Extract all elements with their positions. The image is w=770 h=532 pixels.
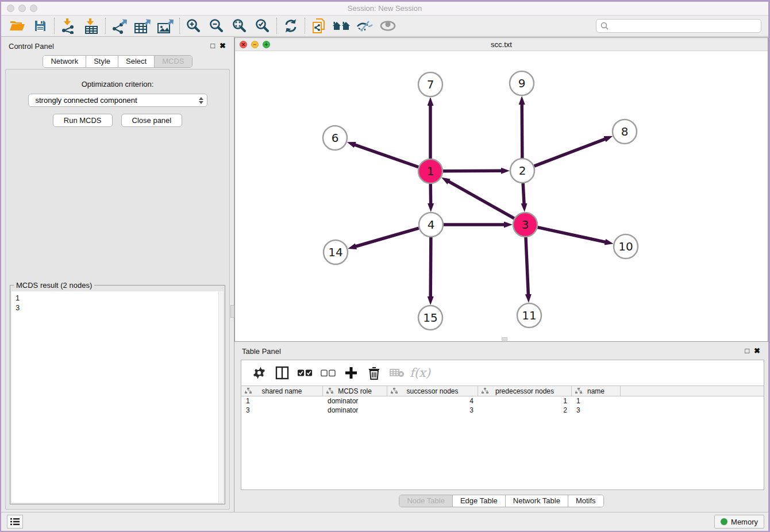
search-input[interactable] [609, 20, 761, 32]
add-column-icon [345, 367, 357, 379]
float-panel-icon[interactable]: □ [745, 346, 749, 355]
maximize-window-button[interactable] [30, 5, 37, 12]
minimize-window-button[interactable] [18, 5, 26, 12]
network-maximize-button[interactable]: + [263, 41, 270, 48]
refresh-layout-button[interactable] [279, 17, 302, 34]
export-network-button[interactable] [108, 17, 131, 34]
edge-3-10[interactable] [537, 228, 605, 242]
cell-predecessor-nodes[interactable]: 2 [478, 406, 572, 415]
add-column-button[interactable] [344, 365, 359, 380]
function-builder-button[interactable]: f(x) [413, 365, 428, 380]
network-minimize-button[interactable]: − [251, 41, 259, 48]
cell-shared-name[interactable]: 3 [241, 406, 323, 415]
tab-style[interactable]: Style [86, 56, 118, 67]
export-image-button[interactable] [154, 17, 177, 34]
column-tree-icon [245, 388, 252, 394]
cell-MCDS-role[interactable]: dominator [323, 406, 387, 415]
run-mcds-button[interactable]: Run MCDS [53, 114, 113, 127]
zoom-selected-button[interactable] [251, 17, 274, 34]
tab-node-table[interactable]: Node Table [399, 495, 453, 507]
result-scrollbar[interactable] [218, 291, 224, 503]
close-window-button[interactable] [7, 5, 14, 12]
delete-table-button[interactable] [390, 365, 405, 380]
column-header-shared-name[interactable]: shared name [241, 386, 323, 396]
cell-successor-nodes[interactable]: 4 [387, 396, 478, 406]
column-header-predecessor-nodes[interactable]: predecessor nodes [478, 386, 572, 396]
task-history-button[interactable] [7, 515, 23, 529]
zoom-out-button[interactable] [205, 17, 228, 34]
column-header-successor-nodes[interactable]: successor nodes [387, 386, 478, 396]
hide-selected-icon [356, 19, 374, 33]
clone-network-button[interactable] [307, 17, 330, 34]
table-row[interactable]: 1dominator411 [241, 396, 764, 406]
table-toolbar: f(x) [241, 360, 764, 385]
mcds-result-text[interactable]: 1 3 [11, 291, 224, 503]
deselect-all-button[interactable] [321, 365, 336, 380]
edge-2-9[interactable] [522, 104, 522, 158]
cell-name[interactable]: 1 [572, 396, 621, 406]
close-panel-icon[interactable]: ✖ [754, 346, 760, 355]
hide-selected-button[interactable] [353, 17, 376, 34]
refresh-layout-icon [283, 18, 298, 33]
node-label-8: 8 [621, 125, 629, 138]
close-panel-icon[interactable]: ✖ [220, 41, 226, 50]
panel-splitter-handle[interactable] [230, 305, 234, 318]
cell-successor-nodes[interactable]: 3 [387, 406, 478, 415]
node-label-4: 4 [428, 218, 435, 232]
table-body: 1dominator4113dominator323 [241, 396, 764, 415]
gear-icon [253, 367, 265, 379]
float-panel-icon[interactable]: □ [210, 41, 215, 50]
optimization-criterion-dropdown[interactable]: strongly connected component [28, 94, 207, 107]
export-table-icon [134, 18, 151, 34]
zoom-in-button[interactable] [182, 17, 205, 34]
status-bar: Memory [1, 512, 768, 531]
tab-select[interactable]: Select [118, 56, 155, 67]
export-table-button[interactable] [131, 17, 154, 34]
window-title: Session: New Session [1, 2, 768, 16]
import-network-icon [61, 18, 76, 34]
cell-MCDS-role[interactable]: dominator [323, 396, 387, 406]
memory-label: Memory [731, 518, 758, 526]
table-row[interactable]: 3dominator323 [241, 406, 764, 415]
tab-network-table[interactable]: Network Table [506, 495, 568, 507]
network-canvas[interactable]: 7968124314101511 [235, 51, 768, 341]
app-window: Session: New Session [1, 2, 768, 531]
cell-name[interactable]: 3 [572, 406, 621, 415]
save-session-button[interactable] [29, 17, 52, 34]
first-neighbors-button[interactable] [330, 17, 353, 34]
edge-2-3[interactable] [523, 183, 524, 204]
tab-motifs[interactable]: Motifs [568, 495, 603, 507]
edge-4-15[interactable] [430, 237, 431, 297]
node-label-6: 6 [332, 131, 339, 145]
cell-predecessor-nodes[interactable]: 1 [478, 396, 572, 406]
search-box[interactable] [596, 19, 761, 33]
memory-button[interactable]: Memory [714, 515, 764, 529]
edge-1-6[interactable] [355, 145, 418, 167]
open-session-button[interactable] [6, 17, 29, 34]
close-panel-button[interactable]: Close panel [121, 114, 183, 127]
tab-mcds[interactable]: MCDS [155, 56, 191, 67]
edge-2-8[interactable] [534, 139, 606, 166]
network-close-button[interactable]: ✕ [240, 41, 247, 48]
gear-button[interactable] [252, 365, 267, 380]
toolbar-separator [305, 18, 305, 34]
cell-shared-name[interactable]: 1 [241, 396, 323, 406]
import-network-button[interactable] [57, 17, 80, 34]
select-all-button[interactable] [298, 365, 313, 380]
edge-3-1[interactable] [448, 182, 514, 219]
network-window-titlebar[interactable]: ✕ − + scc.txt [235, 38, 768, 51]
column-header-MCDS-role[interactable]: MCDS role [323, 386, 387, 396]
edge-4-14[interactable] [356, 228, 419, 246]
deselect-all-icon [321, 369, 336, 377]
column-header-name[interactable]: name [572, 386, 621, 396]
zoom-fit-button[interactable] [228, 17, 251, 34]
columns-button[interactable] [275, 365, 290, 380]
window-resize-handle[interactable] [502, 337, 507, 341]
tab-edge-table[interactable]: Edge Table [453, 495, 506, 507]
import-table-button[interactable] [80, 17, 103, 34]
tab-network[interactable]: Network [43, 56, 86, 67]
edge-1-2[interactable] [443, 171, 502, 171]
delete-column-button[interactable] [367, 365, 382, 380]
show-all-button[interactable] [376, 17, 399, 34]
edge-3-11[interactable] [526, 237, 528, 295]
